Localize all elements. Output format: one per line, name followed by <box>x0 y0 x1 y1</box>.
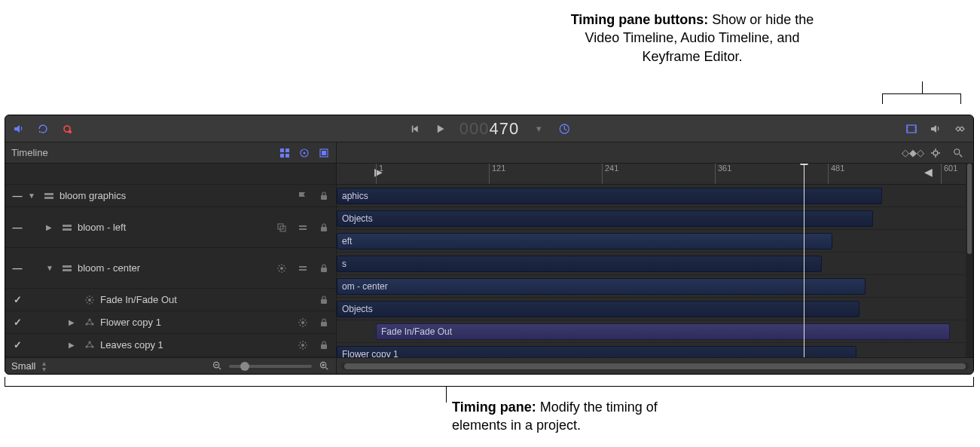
horizontal-scrollbar-thumb[interactable] <box>344 363 966 369</box>
behaviors-show-icon[interactable] <box>298 147 310 159</box>
track-row[interactable]: Flower copy 1 <box>337 343 973 357</box>
visibility-checkbox[interactable]: — <box>11 262 23 274</box>
timeline-clip[interactable]: eft <box>337 233 832 250</box>
lock-icon[interactable] <box>318 190 330 202</box>
lock-icon[interactable] <box>318 339 330 351</box>
stack-icon[interactable] <box>297 222 309 234</box>
callout-timing-pane: Timing pane: Modify the timing of elemen… <box>452 398 708 435</box>
clip-label: Flower copy 1 <box>342 349 398 357</box>
visibility-checkbox[interactable]: ✓ <box>11 317 23 328</box>
ruler-tick: 361 <box>715 164 731 184</box>
svg-rect-27 <box>321 299 327 304</box>
ruler-tick: 1 <box>376 164 383 184</box>
track-row[interactable]: aphics <box>337 185 973 207</box>
timeline-clip[interactable]: aphics <box>337 188 882 204</box>
timeline-clip[interactable]: Fade In/Fade Out <box>376 323 950 340</box>
audio-timeline-toggle-icon[interactable] <box>930 123 942 135</box>
go-to-start-icon[interactable] <box>408 123 420 135</box>
svg-rect-15 <box>44 197 53 199</box>
keyframe-editor-toggle-icon[interactable] <box>954 123 966 135</box>
timeline-clip[interactable]: Objects <box>337 301 859 317</box>
timeline-clip[interactable]: Objects <box>337 210 873 227</box>
visibility-checkbox[interactable]: — <box>11 222 23 233</box>
disclosure-triangle-icon[interactable]: ▶ <box>69 341 79 349</box>
timeline-ruler[interactable]: ▶ ◀ 1121241361481601 <box>337 164 973 185</box>
layer-row[interactable]: —▼bloom - center <box>5 248 336 289</box>
layer-name[interactable]: bloom graphics <box>60 190 292 201</box>
layer-row[interactable]: ✓▶Flower copy 1 <box>5 311 336 334</box>
lock-icon[interactable] <box>318 294 330 306</box>
keyframe-nav-icon[interactable]: ◇◆◇ <box>907 147 919 159</box>
size-popup-arrows-icon[interactable]: ▴▾ <box>42 360 46 372</box>
vertical-scrollbar[interactable] <box>966 164 973 357</box>
visibility-checkbox[interactable]: — <box>11 190 23 201</box>
zoom-fit-icon[interactable] <box>952 147 964 159</box>
visibility-checkbox[interactable]: ✓ <box>11 294 23 305</box>
svg-rect-12 <box>934 151 938 155</box>
chevron-down-icon[interactable]: ▾ <box>533 123 545 135</box>
row-size-popup[interactable]: Small <box>11 360 36 372</box>
layer-row[interactable]: —▼bloom graphics <box>5 185 336 207</box>
snapping-icon[interactable] <box>930 147 942 159</box>
vertical-scrollbar-thumb[interactable] <box>967 164 972 254</box>
callout-line <box>973 377 974 387</box>
flag-icon[interactable] <box>297 190 309 202</box>
audio-icon[interactable] <box>13 123 25 135</box>
masks-show-icon[interactable] <box>318 147 330 159</box>
timecode-display[interactable]: 000470 <box>459 119 519 139</box>
track-row[interactable]: Objects <box>337 298 973 320</box>
playhead[interactable] <box>804 164 804 357</box>
video-timeline-toggle-icon[interactable] <box>905 123 917 135</box>
layer-row[interactable]: ✓▶Leaves copy 1 <box>5 334 336 357</box>
ruler-tick: 601 <box>941 164 957 184</box>
clock-icon[interactable] <box>558 123 570 135</box>
lock-icon[interactable] <box>318 262 330 274</box>
timeline-tracks-area[interactable]: ▶ ◀ 1121241361481601 aphicsObjectseftsom… <box>337 164 973 357</box>
track-row[interactable]: eft <box>337 230 973 253</box>
layer-name[interactable]: bloom - center <box>78 262 271 274</box>
zoom-slider[interactable] <box>229 365 312 368</box>
svg-rect-25 <box>321 268 327 272</box>
layer-name[interactable]: Flower copy 1 <box>100 317 292 328</box>
svg-rect-37 <box>321 344 327 349</box>
zoom-in-icon[interactable] <box>318 360 330 372</box>
record-icon[interactable] <box>61 123 73 135</box>
play-icon[interactable] <box>434 123 446 135</box>
timeline-tracks[interactable]: aphicsObjectseftsom - centerObjectsFade … <box>337 185 973 357</box>
stack-icon[interactable] <box>297 262 309 274</box>
svg-rect-22 <box>63 265 72 268</box>
layer-name[interactable]: bloom - left <box>78 222 271 233</box>
lock-icon[interactable] <box>318 222 330 234</box>
filters-show-icon[interactable] <box>279 147 291 159</box>
disclosure-triangle-icon[interactable]: ▶ <box>46 223 56 231</box>
timeline-clip[interactable]: Flower copy 1 <box>337 346 856 357</box>
gear-icon[interactable] <box>276 262 288 274</box>
lock-icon[interactable] <box>318 317 330 329</box>
track-row[interactable]: Objects <box>337 207 973 230</box>
gear-icon[interactable] <box>297 339 309 351</box>
track-row[interactable]: Fade In/Fade Out <box>337 320 973 343</box>
disclosure-triangle-icon[interactable]: ▶ <box>69 318 79 326</box>
layer-name[interactable]: Fade In/Fade Out <box>100 294 313 305</box>
out-point-marker[interactable]: ◀ <box>924 166 933 178</box>
layer-row[interactable]: ✓Fade In/Fade Out <box>5 289 336 311</box>
zoom-slider-knob[interactable] <box>240 362 249 371</box>
timeline-clip[interactable]: s <box>337 256 822 272</box>
layer-name[interactable]: Leaves copy 1 <box>100 339 292 351</box>
callout-timing-pane-buttons: Timing pane buttons: Show or hide the Vi… <box>557 11 828 66</box>
svg-rect-18 <box>63 228 72 231</box>
layer-row[interactable]: —▶bloom - left <box>5 207 336 248</box>
copies-icon[interactable] <box>276 222 288 234</box>
zoom-out-icon[interactable] <box>211 360 223 372</box>
disclosure-triangle-icon[interactable]: ▼ <box>46 264 56 272</box>
timeline-clip[interactable]: om - center <box>337 278 866 295</box>
disclosure-triangle-icon[interactable]: ▼ <box>28 191 38 200</box>
gear-icon[interactable] <box>297 317 309 329</box>
svg-point-26 <box>88 299 91 302</box>
track-row[interactable]: s <box>337 253 973 275</box>
track-row[interactable]: om - center <box>337 275 973 298</box>
callout-bold: Timing pane: <box>452 400 536 415</box>
horizontal-scrollbar[interactable] <box>341 363 969 370</box>
loop-icon[interactable] <box>37 123 49 135</box>
visibility-checkbox[interactable]: ✓ <box>11 339 23 351</box>
